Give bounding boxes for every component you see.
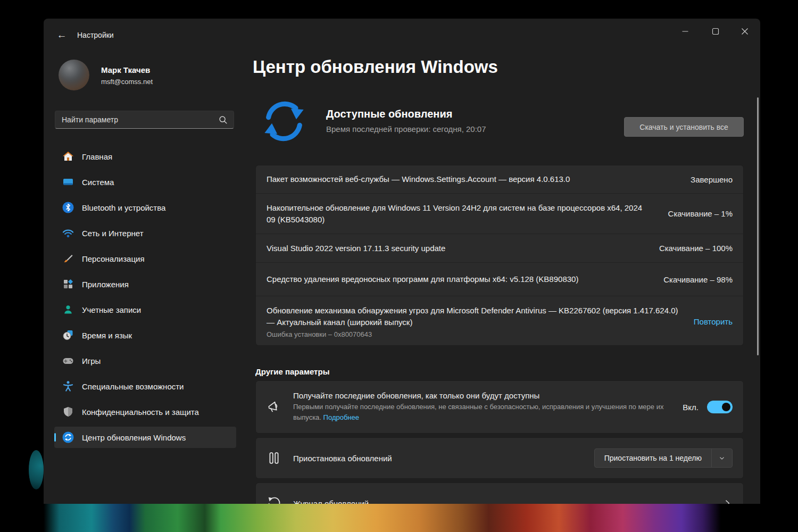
scrollbar[interactable] (757, 97, 759, 355)
sidebar-item-time-language[interactable]: Время и язык (54, 325, 236, 346)
update-info: Обновление механизма обнаружения угроз д… (267, 305, 679, 338)
update-status: Скачивание – 100% (659, 244, 733, 253)
sidebar-item-privacy[interactable]: Конфиденциальность и защита (54, 401, 236, 422)
updates-list: Пакет возможностей веб-службы — Windows.… (255, 165, 744, 346)
update-row: Visual Studio 2022 version 17.11.3 secur… (256, 234, 743, 262)
updates-available-title: Доступные обновления (326, 108, 452, 120)
sidebar-item-system[interactable]: Система (54, 171, 236, 193)
privacy-icon (62, 405, 74, 418)
network-icon (62, 227, 74, 239)
system-icon (62, 176, 74, 188)
search-box (55, 111, 234, 129)
toggle-knob (722, 403, 730, 411)
maximize-button[interactable] (703, 22, 728, 41)
history-icon (267, 496, 281, 504)
pause-icon (267, 451, 281, 466)
sidebar-item-accessibility[interactable]: Специальные возможности (54, 376, 236, 397)
sidebar-item-label: Время и язык (82, 331, 132, 340)
sidebar-item-label: Bluetooth и устройства (82, 203, 165, 212)
close-button[interactable] (733, 22, 757, 41)
update-name: Пакет возможностей веб-службы — Windows.… (267, 173, 651, 185)
sidebar-item-apps[interactable]: Приложения (54, 273, 236, 295)
sidebar-item-label: Сеть и Интернет (82, 229, 144, 238)
pause-duration-label: Приостановить на 1 неделю (595, 454, 711, 462)
desktop-wallpaper (44, 504, 760, 532)
update-row: Накопительное обновление для Windows 11 … (256, 193, 743, 234)
sidebar-item-label: Приложения (82, 280, 129, 289)
sidebar-item-label: Главная (82, 152, 112, 161)
back-button[interactable]: ← (53, 27, 70, 44)
megaphone-icon (267, 400, 281, 414)
sidebar-item-bluetooth[interactable]: Bluetooth и устройства (54, 197, 236, 218)
home-icon (62, 150, 74, 163)
sidebar-item-home[interactable]: Главная (54, 146, 236, 167)
minimize-button[interactable] (673, 22, 697, 41)
latest-updates-title: Получайте последние обновления, как толь… (293, 391, 668, 400)
update-row: Пакет возможностей веб-службы — Windows.… (256, 165, 743, 193)
latest-updates-text: Получайте последние обновления, как толь… (293, 391, 668, 423)
pause-dropdown-segment[interactable] (712, 454, 732, 462)
avatar (59, 60, 89, 90)
minimize-icon (679, 26, 691, 37)
windows-update-icon (62, 431, 74, 444)
search-input[interactable] (55, 115, 218, 124)
settings-window: ← Настройки Марк Ткачев msft@comss.net (44, 19, 760, 504)
pause-duration-button[interactable]: Приостановить на 1 неделю (594, 448, 733, 468)
sidebar-item-label: Система (82, 178, 114, 187)
sidebar-nav: Главная Система Bluetooth и устройства С… (54, 146, 236, 448)
download-install-all-button[interactable]: Скачать и установить все (624, 117, 744, 137)
other-settings-heading: Другие параметры (255, 367, 329, 376)
update-name: Обновление механизма обнаружения угроз д… (267, 305, 679, 328)
update-history-row[interactable]: Журнал обновлений (255, 483, 744, 504)
time-language-icon (62, 329, 74, 342)
update-status: Завершено (691, 175, 733, 184)
update-name: Накопительное обновление для Windows 11 … (267, 202, 645, 226)
close-icon (739, 26, 751, 37)
accounts-icon (62, 303, 74, 316)
update-error: Ошибка установки – 0x80070643 (267, 330, 679, 338)
app-title: Настройки (77, 31, 114, 39)
learn-more-link[interactable]: Подробнее (323, 413, 359, 421)
update-history-title: Журнал обновлений (293, 499, 369, 504)
chevron-right-icon (722, 498, 733, 504)
maximize-icon (710, 26, 721, 37)
sidebar-item-label: Конфиденциальность и защита (82, 408, 199, 417)
apps-icon (62, 278, 74, 290)
sidebar-item-gaming[interactable]: Игры (54, 350, 236, 371)
sidebar-item-accounts[interactable]: Учетные записи (54, 299, 236, 320)
sidebar-item-personalization[interactable]: Персонализация (54, 248, 236, 269)
latest-updates-description: Первыми получайте последние обновления, … (293, 402, 668, 423)
update-status: Скачивание – 98% (663, 275, 733, 284)
update-row: Обновление механизма обнаружения угроз д… (256, 296, 743, 346)
sidebar-item-windows-update[interactable]: Центр обновления Windows (54, 427, 236, 448)
sidebar-item-label: Центр обновления Windows (82, 433, 186, 442)
update-name: Visual Studio 2022 version 17.11.3 secur… (267, 243, 651, 254)
gaming-icon (62, 354, 74, 367)
pause-updates-title: Приостановка обновлений (293, 454, 392, 463)
last-check-time: Время последней проверки: сегодня, 20:07 (326, 124, 486, 134)
sidebar-item-label: Игры (82, 356, 101, 365)
update-status: Скачивание – 1% (668, 209, 733, 218)
chevron-down-icon (718, 454, 726, 462)
pause-updates-row: Приостановка обновлений Приостановить на… (255, 437, 744, 479)
desktop: ← Настройки Марк Ткачев msft@comss.net (0, 0, 798, 532)
sidebar-item-label: Учетные записи (82, 305, 141, 314)
bluetooth-icon (62, 201, 74, 214)
sidebar-item-network[interactable]: Сеть и Интернет (54, 222, 236, 244)
accessibility-icon (62, 380, 74, 393)
sidebar-item-label: Персонализация (82, 254, 145, 263)
search-icon (218, 114, 228, 125)
update-name: Средство удаления вредоносных программ д… (267, 273, 651, 285)
update-row: Средство удаления вредоносных программ д… (256, 262, 743, 296)
selected-accent-bar (54, 433, 56, 442)
page-title: Центр обновления Windows (253, 57, 498, 77)
user-email: msft@comss.net (101, 78, 153, 86)
latest-updates-toggle[interactable] (707, 401, 733, 413)
toggle-state-label: Вкл. (683, 403, 707, 412)
sidebar-item-label: Специальные возможности (82, 382, 184, 391)
latest-updates-row: Получайте последние обновления, как толь… (255, 380, 744, 434)
user-name: Марк Ткачев (101, 65, 150, 74)
retry-link[interactable]: Повторить (694, 317, 733, 326)
update-sync-icon (261, 98, 307, 145)
wallpaper-sliver (29, 450, 44, 489)
